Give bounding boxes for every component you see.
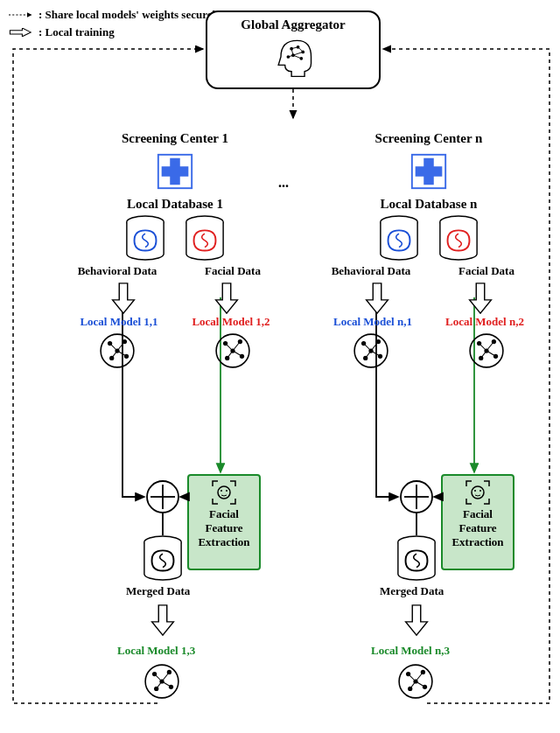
center1-title: Screening Center 1 [122,131,228,146]
global-aggregator-box: Global Aggregator [206,10,381,89]
svg-line-39 [233,351,242,356]
svg-point-69 [480,490,481,492]
network-icon [397,663,434,700]
lm3-label: Local Model 1,3 [117,644,195,658]
facial-label: Facial Data [180,264,285,278]
global-aggregator-title: Global Aggregator [241,17,345,32]
svg-point-67 [472,486,484,499]
facial-feature-box: Facial Feature Extraction [441,474,514,570]
dashed-arrow-icon [9,10,33,19]
svg-line-87 [157,681,162,688]
hollow-arrow-down-icon [111,282,136,315]
facial-box-text: Facial Feature Extraction [192,507,256,549]
lm3-label: Local Model n,3 [371,644,450,658]
svg-point-65 [220,490,222,492]
lm1-label: Local Model n,1 [325,315,421,329]
svg-line-37 [226,344,233,351]
hollow-arrow-down-icon [404,604,429,637]
svg-line-96 [416,681,425,687]
network-icon [144,663,180,700]
legend-hollow-label: : Local training [38,24,115,40]
db-cylinder-icon [396,535,438,583]
hollow-arrow-down-icon [468,282,493,315]
hollow-arrow-icon [9,26,33,38]
svg-line-63 [481,351,486,358]
plus-merge-icon [399,479,434,514]
svg-line-30 [112,351,117,358]
svg-line-28 [117,342,124,352]
network-icon [353,332,389,369]
svg-line-29 [117,351,127,356]
hollow-arrow-down-icon [150,604,175,637]
svg-point-64 [218,486,230,499]
facial-label: Facial Data [434,264,539,278]
screening-center-n: Screening Center n Local Database n Beha… [306,131,551,369]
lm2-label: Local Model n,2 [437,315,533,329]
db-cylinder-icon [124,215,166,262]
svg-point-68 [474,490,476,492]
svg-line-50 [364,344,371,351]
merged-data-label: Merged Data [380,584,444,598]
svg-point-5 [299,57,303,60]
hollow-arrow-down-icon [214,282,239,315]
svg-line-40 [228,351,233,358]
screening-center-1: Screening Center 1 Local Database 1 Beha… [52,131,298,369]
svg-line-62 [486,351,496,356]
behavioral-label: Behavioral Data [65,264,170,278]
svg-line-95 [416,673,423,682]
face-scan-icon [211,479,237,506]
svg-line-85 [162,673,169,682]
db-cylinder-icon [142,535,184,583]
network-icon [214,332,251,369]
db-cylinder-icon [438,215,480,262]
lm1-label: Local Model 1,1 [71,315,167,329]
plus-merge-icon [145,479,180,514]
legend: : Share local models' weights securely :… [9,7,221,42]
svg-line-8 [298,47,304,52]
svg-line-86 [162,681,172,687]
merged-data-label: Merged Data [126,584,190,598]
facial-box-text: Facial Feature Extraction [446,507,509,549]
legend-dashed-label: : Share local models' weights securely [38,7,221,23]
svg-line-38 [233,342,240,352]
svg-line-94 [409,674,416,681]
network-icon [468,332,505,369]
center1-db-title: Local Database 1 [127,197,223,212]
svg-line-61 [486,342,494,352]
svg-line-60 [480,344,486,351]
lm2-label: Local Model 1,2 [183,315,279,329]
hollow-arrow-down-icon [365,282,389,315]
brain-head-icon [267,32,319,81]
svg-line-84 [155,674,162,681]
behavioral-label: Behavioral Data [318,264,424,278]
svg-line-9 [293,52,303,55]
medical-cross-icon [155,151,195,192]
face-scan-icon [465,479,491,506]
db-cylinder-icon [378,215,420,262]
svg-line-27 [110,344,117,351]
svg-line-52 [371,351,381,356]
svg-point-66 [226,490,228,492]
svg-line-53 [366,351,371,358]
centern-db-title: Local Database n [381,197,478,212]
svg-line-97 [410,681,416,688]
db-cylinder-icon [184,215,226,262]
svg-line-10 [293,55,301,59]
svg-line-51 [371,342,378,352]
centern-title: Screening Center n [375,131,483,146]
network-icon [99,332,136,369]
medical-cross-icon [409,151,449,192]
facial-feature-box: Facial Feature Extraction [187,474,261,570]
